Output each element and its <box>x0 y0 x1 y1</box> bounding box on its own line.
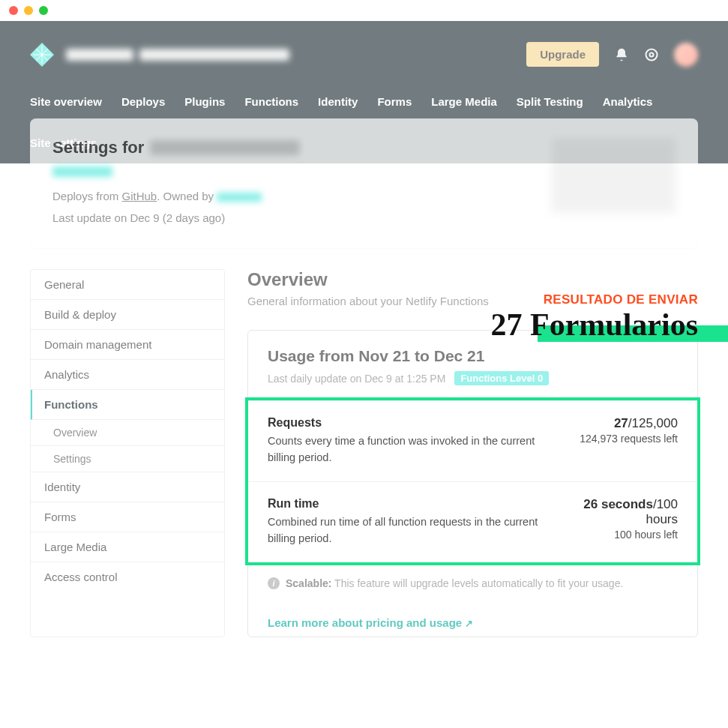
sidebar-item-identity[interactable]: Identity <box>31 472 224 502</box>
site-preview <box>552 138 676 213</box>
window-titlebar <box>0 0 728 21</box>
requests-desc: Counts every time a function was invoked… <box>268 433 560 466</box>
functions-level-badge: Functions Level 0 <box>454 371 549 385</box>
tab-large-media[interactable]: Large Media <box>431 91 497 112</box>
sidebar-item-build-deploy[interactable]: Build & deploy <box>31 300 224 330</box>
usage-meta-text: Last daily update on Dec 9 at 1:25 PM <box>268 373 445 385</box>
annotation-label: RESULTADO DE ENVIAR <box>491 292 698 307</box>
sidebar-item-domain[interactable]: Domain management <box>31 330 224 360</box>
sidebar-item-access-control[interactable]: Access control <box>31 562 224 592</box>
upgrade-button[interactable]: Upgrade <box>526 42 599 67</box>
runtime-remaining: 100 hours left <box>560 529 678 541</box>
settings-title: Settings for <box>52 138 300 157</box>
tab-deploys[interactable]: Deploys <box>121 91 165 112</box>
runtime-title: Run time <box>268 497 560 511</box>
sidebar-subitem-overview[interactable]: Overview <box>31 420 224 446</box>
sidebar-item-functions[interactable]: Functions <box>31 390 224 420</box>
tab-plugins[interactable]: Plugins <box>184 91 225 112</box>
usage-card: Usage from Nov 21 to Dec 21 Last daily u… <box>247 330 698 637</box>
help-icon[interactable] <box>644 47 659 62</box>
last-update: Last update on Dec 9 (2 days ago) <box>52 208 300 229</box>
tab-forms[interactable]: Forms <box>377 91 412 112</box>
learn-more-link[interactable]: Learn more about pricing and usage↗ <box>248 601 697 637</box>
settings-card: Settings for Deploys from GitHub. Owned … <box>30 118 698 248</box>
bell-icon[interactable] <box>614 47 629 62</box>
tab-functions[interactable]: Functions <box>244 91 298 112</box>
runtime-value: 26 seconds/100 hours <box>560 497 678 527</box>
window-close[interactable] <box>9 6 18 15</box>
sidebar-item-analytics[interactable]: Analytics <box>31 360 224 390</box>
window-maximize[interactable] <box>39 6 48 15</box>
settings-sidebar: General Build & deploy Domain management… <box>30 269 225 637</box>
info-icon: i <box>268 577 280 589</box>
tab-analytics[interactable]: Analytics <box>603 91 653 112</box>
requests-remaining: 124,973 requests left <box>580 433 678 445</box>
scalable-note: i Scalable: This feature will upgrade le… <box>248 565 697 601</box>
requests-metric: Requests Counts every time a function wa… <box>248 400 697 481</box>
highlighted-metrics: Requests Counts every time a function wa… <box>245 397 700 565</box>
requests-value: 27/125,000 <box>580 416 678 431</box>
settings-deploy-meta: Deploys from GitHub. Owned by <box>52 186 300 208</box>
netlify-logo-icon <box>30 43 54 67</box>
tab-split-testing[interactable]: Split Testing <box>517 91 583 112</box>
svg-point-1 <box>650 52 654 56</box>
sidebar-subitem-settings[interactable]: Settings <box>31 446 224 472</box>
avatar[interactable] <box>674 43 698 67</box>
tab-site-overview[interactable]: Site overview <box>30 91 102 112</box>
tab-identity[interactable]: Identity <box>318 91 358 112</box>
svg-point-0 <box>646 49 658 60</box>
sidebar-item-forms[interactable]: Forms <box>31 502 224 532</box>
annotation-overlay: RESULTADO DE ENVIAR 27 Formularios <box>491 292 698 342</box>
window-minimize[interactable] <box>24 6 33 15</box>
site-url-blurred <box>52 166 112 177</box>
sidebar-item-large-media[interactable]: Large Media <box>31 532 224 562</box>
requests-title: Requests <box>268 416 560 430</box>
annotation-title: 27 Formularios <box>491 307 698 342</box>
breadcrumb <box>66 49 289 61</box>
github-link[interactable]: GitHub <box>122 190 157 202</box>
usage-title: Usage from Nov 21 to Dec 21 <box>268 347 678 365</box>
page-title: Overview <box>247 269 698 290</box>
runtime-metric: Run time Combined run time of all functi… <box>248 481 697 562</box>
sidebar-item-general[interactable]: General <box>31 270 224 300</box>
arrow-icon: ↗ <box>465 618 473 629</box>
runtime-desc: Combined run time of all function reques… <box>268 514 560 547</box>
